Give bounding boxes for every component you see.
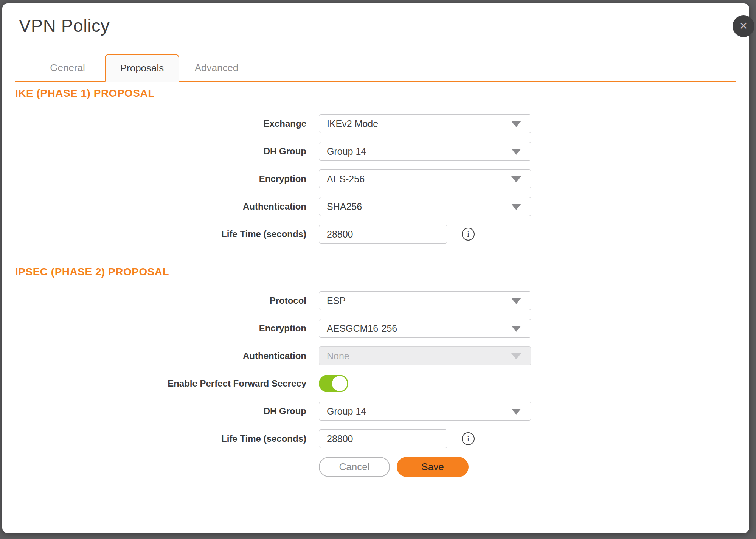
protocol-row: Protocol ESP (15, 291, 736, 310)
section-divider (15, 259, 736, 259)
dh-group-row: DH Group Group 14 (15, 142, 736, 161)
p2-lifetime-input[interactable] (319, 429, 447, 448)
page-title: VPN Policy (19, 15, 736, 37)
p2-lifetime-row: Life Time (seconds) i (15, 429, 736, 448)
footer-actions: Cancel Save (319, 457, 736, 477)
authentication-label: Authentication (15, 201, 306, 212)
pfs-toggle[interactable] (319, 375, 348, 392)
chevron-down-icon (511, 204, 521, 210)
exchange-label: Exchange (15, 118, 306, 129)
protocol-select[interactable]: ESP (319, 291, 531, 310)
exchange-row: Exchange IKEv2 Mode (15, 114, 736, 133)
info-icon[interactable]: i (462, 432, 475, 445)
close-icon: ✕ (739, 21, 748, 31)
dh-group-label: DH Group (15, 146, 306, 157)
encryption-row: Encryption AES-256 (15, 169, 736, 188)
info-icon[interactable]: i (462, 228, 475, 241)
p2-dh-group-value: Group 14 (327, 406, 366, 417)
cancel-button[interactable]: Cancel (319, 457, 390, 477)
encryption-label: Encryption (15, 174, 306, 184)
p2-authentication-label: Authentication (15, 351, 306, 361)
chevron-down-icon (511, 121, 521, 127)
lifetime-input[interactable] (319, 225, 447, 244)
toggle-knob (332, 376, 347, 391)
tab-proposals[interactable]: Proposals (105, 54, 179, 82)
ipsec-phase2-heading: IPSEC (PHASE 2) PROPOSAL (15, 266, 736, 278)
vpn-policy-dialog: ✕ VPN Policy General Proposals Advanced … (2, 3, 749, 533)
chevron-down-icon (511, 149, 521, 155)
p2-authentication-value: None (327, 351, 349, 362)
chevron-down-icon (511, 326, 521, 332)
protocol-value: ESP (327, 295, 346, 306)
encryption-value: AES-256 (327, 174, 365, 185)
ike-phase1-form: Exchange IKEv2 Mode DH Group Group 14 En… (15, 114, 736, 244)
dh-group-value: Group 14 (327, 146, 366, 157)
tab-bar: General Proposals Advanced (15, 54, 736, 82)
pfs-row: Enable Perfect Forward Secrecy (15, 374, 736, 393)
p2-dh-group-select[interactable]: Group 14 (319, 402, 531, 421)
p2-encryption-value: AESGCM16-256 (327, 323, 397, 334)
close-button[interactable]: ✕ (733, 15, 754, 37)
exchange-value: IKEv2 Mode (327, 118, 378, 129)
p2-authentication-select: None (319, 346, 531, 365)
tab-advanced[interactable]: Advanced (179, 54, 254, 81)
dh-group-select[interactable]: Group 14 (319, 142, 531, 161)
exchange-select[interactable]: IKEv2 Mode (319, 114, 531, 133)
authentication-select[interactable]: SHA256 (319, 197, 531, 216)
p2-dh-group-row: DH Group Group 14 (15, 402, 736, 421)
p2-encryption-label: Encryption (15, 323, 306, 334)
chevron-down-icon (511, 409, 521, 415)
p2-authentication-row: Authentication None (15, 346, 736, 365)
pfs-label: Enable Perfect Forward Secrecy (15, 378, 306, 389)
p2-encryption-select[interactable]: AESGCM16-256 (319, 319, 531, 338)
protocol-label: Protocol (15, 295, 306, 306)
ike-phase1-heading: IKE (PHASE 1) PROPOSAL (15, 88, 736, 99)
p2-dh-group-label: DH Group (15, 406, 306, 416)
chevron-down-icon (511, 176, 521, 182)
p2-lifetime-label: Life Time (seconds) (15, 433, 306, 444)
authentication-row: Authentication SHA256 (15, 197, 736, 216)
lifetime-row: Life Time (seconds) i (15, 225, 736, 244)
lifetime-label: Life Time (seconds) (15, 229, 306, 239)
save-button[interactable]: Save (397, 457, 469, 477)
ipsec-phase2-form: Protocol ESP Encryption AESGCM16-256 Aut… (15, 291, 736, 448)
p2-encryption-row: Encryption AESGCM16-256 (15, 319, 736, 338)
encryption-select[interactable]: AES-256 (319, 169, 531, 188)
chevron-down-icon (511, 298, 521, 304)
authentication-value: SHA256 (327, 201, 362, 212)
tab-general[interactable]: General (30, 54, 105, 81)
chevron-down-icon (511, 353, 521, 359)
